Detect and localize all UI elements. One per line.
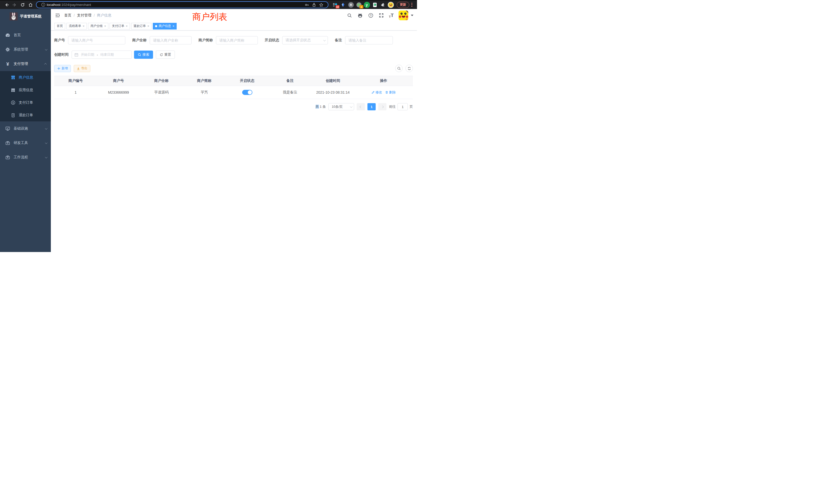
- cell-merchant-no: M233666999: [97, 90, 140, 94]
- column-header: 备注: [269, 78, 311, 83]
- command-extension-icon[interactable]: ⌘: [347, 1, 355, 9]
- sidebar-item-payment[interactable]: ¥ 支付管理: [0, 57, 51, 71]
- sidebar-item-home[interactable]: 首页: [0, 28, 51, 42]
- caret-down-icon: [411, 15, 413, 16]
- kite-extension-icon[interactable]: [339, 1, 347, 9]
- column-header: 商户号: [97, 78, 140, 83]
- edit-link[interactable]: 修改: [372, 90, 382, 95]
- close-icon[interactable]: ×: [126, 24, 128, 28]
- remark-input[interactable]: [345, 36, 393, 44]
- cell-create-time: 2021-10-23 08:31:14: [311, 90, 354, 94]
- update-label: 更新: [400, 3, 406, 7]
- home-icon: [28, 3, 33, 7]
- tab-refund-order[interactable]: 退款订单×: [131, 23, 152, 29]
- sidebar-logo[interactable]: 芋道管理系统: [0, 9, 51, 22]
- browser-reload-button[interactable]: [19, 1, 26, 8]
- close-icon[interactable]: ×: [104, 24, 106, 28]
- chevron-down-icon: [45, 127, 47, 130]
- emoji-profile-avatar[interactable]: [387, 1, 395, 9]
- sidebar-item-label: 系统管理: [14, 47, 45, 52]
- yen-icon: ¥: [5, 62, 10, 66]
- blocks-extension-icon[interactable]: 10: [331, 1, 339, 9]
- date-range-picker[interactable]: 开始日期 - 结束日期: [72, 50, 132, 59]
- tab-home[interactable]: 首页: [54, 23, 65, 29]
- password-key-button[interactable]: [303, 2, 310, 8]
- refresh-table-button[interactable]: [405, 65, 413, 72]
- date-separator: -: [97, 53, 98, 57]
- browser-menu-button[interactable]: [409, 1, 414, 8]
- sidebar-item-infrastructure[interactable]: 基础设施: [0, 121, 51, 136]
- status-toggle[interactable]: [242, 90, 253, 95]
- tab-pay-order[interactable]: 支付订单×: [110, 23, 130, 29]
- tab-process-form[interactable]: 流程表单×: [66, 23, 87, 29]
- url-path: :1024/pay/merchant: [60, 3, 91, 7]
- font-size-large-glyph: T: [391, 13, 394, 18]
- page-number-1[interactable]: 1: [368, 103, 376, 110]
- sidebar-item-label: 研发工具: [14, 141, 45, 145]
- sidebar-item-dev-tools[interactable]: 研发工具: [0, 136, 51, 150]
- sidebar-item-label: 应用信息: [19, 88, 33, 92]
- next-page-button[interactable]: [378, 103, 387, 110]
- y-extension-icon[interactable]: y: [363, 1, 371, 9]
- jumper-prefix: 前往: [389, 105, 396, 109]
- sidebar-item-workflow[interactable]: 工作流程: [0, 150, 51, 164]
- page-size-select[interactable]: 10条/页: [328, 103, 354, 110]
- github-icon: [357, 13, 363, 18]
- cell-actions: 修改 删除: [354, 90, 413, 95]
- close-icon[interactable]: ×: [173, 24, 174, 28]
- full-name-input[interactable]: [150, 36, 192, 44]
- close-icon[interactable]: ×: [147, 24, 149, 28]
- font-size-button[interactable]: TT: [389, 13, 394, 18]
- extensions-puzzle-icon[interactable]: [379, 1, 387, 9]
- gear-icon: [5, 47, 10, 52]
- sidebar-item-merchant-info[interactable]: 商户信息: [0, 71, 51, 84]
- sidebar-item-pay-order[interactable]: 支付订单: [0, 96, 51, 109]
- search-button[interactable]: 搜索: [134, 50, 153, 59]
- font-size-small-glyph: T: [389, 15, 391, 18]
- status-select[interactable]: 请选择开启状态: [282, 36, 328, 44]
- reset-button[interactable]: 重置: [156, 50, 175, 59]
- fullscreen-button[interactable]: [378, 13, 384, 18]
- site-info-icon[interactable]: [40, 2, 47, 8]
- toggle-search-button[interactable]: [395, 65, 403, 72]
- search-icon: [138, 53, 141, 56]
- tab-user-group[interactable]: 用户分组×: [88, 23, 108, 29]
- breadcrumb: 首页 / 支付管理 / 商户信息: [64, 13, 111, 18]
- browser-forward-button[interactable]: [10, 1, 19, 8]
- help-doc-button[interactable]: ?: [368, 13, 374, 18]
- browser-back-button[interactable]: [3, 1, 10, 8]
- bookmark-star-button[interactable]: [317, 2, 325, 8]
- add-button[interactable]: 新增: [54, 65, 71, 72]
- refresh-icon: [160, 53, 163, 56]
- search-button-label: 搜索: [142, 52, 149, 57]
- chat-extension-icon[interactable]: [371, 1, 379, 9]
- breadcrumb-home[interactable]: 首页: [64, 13, 71, 18]
- user-menu[interactable]: [398, 10, 413, 20]
- short-name-input[interactable]: [216, 36, 258, 44]
- logo-avatar: [9, 12, 18, 21]
- address-bar[interactable]: localhost:1024/pay/merchant: [36, 1, 328, 8]
- browser-update-button[interactable]: 更新: [397, 2, 409, 8]
- header-search-button[interactable]: [347, 13, 353, 18]
- breadcrumb-payment[interactable]: 支付管理: [77, 13, 91, 18]
- github-link-button[interactable]: [357, 13, 363, 18]
- sidebar-item-refund-order[interactable]: 退款订单: [0, 109, 51, 121]
- chevron-left-icon: [359, 106, 362, 108]
- browser-home-button[interactable]: [26, 1, 35, 8]
- merchant-no-label: 商户号: [54, 38, 65, 43]
- jumper-input[interactable]: [397, 103, 408, 110]
- tab-merchant-info[interactable]: 商户信息×: [153, 23, 177, 29]
- status-extension-icon[interactable]: 1: [355, 1, 363, 9]
- sidebar-collapse-button[interactable]: [53, 11, 62, 20]
- sidebar-item-system[interactable]: 系统管理: [0, 42, 51, 57]
- delete-link[interactable]: 删除: [385, 90, 396, 95]
- url-text[interactable]: localhost:1024/pay/merchant: [47, 3, 303, 7]
- prev-page-button[interactable]: [357, 103, 365, 110]
- tab-label: 退款订单: [133, 24, 146, 28]
- export-button[interactable]: 导出: [74, 65, 90, 72]
- close-icon[interactable]: ×: [83, 24, 85, 28]
- export-button-label: 导出: [81, 66, 87, 71]
- share-button[interactable]: [310, 2, 317, 8]
- sidebar-item-app-info[interactable]: 应用信息: [0, 84, 51, 96]
- merchant-no-input[interactable]: [68, 36, 125, 44]
